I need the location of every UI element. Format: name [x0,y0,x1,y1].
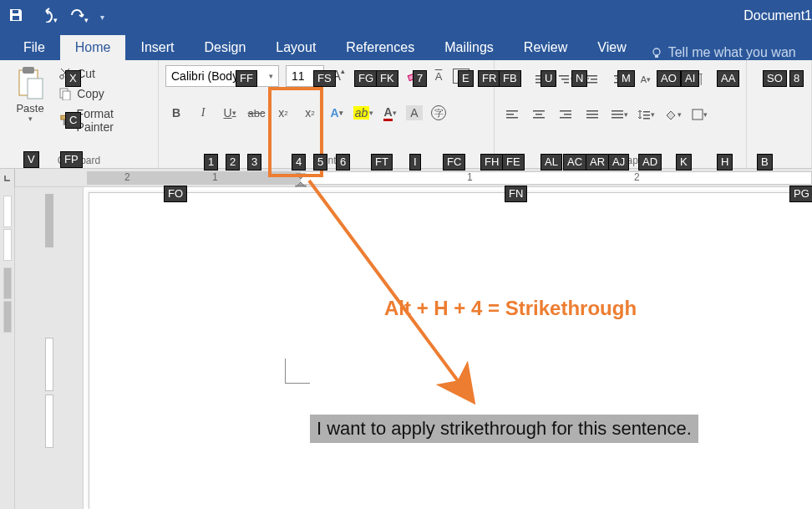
save-icon[interactable] [8,8,23,26]
svg-rect-35 [533,117,545,119]
keytip: AD [638,154,662,171]
distributed-button[interactable]: ▾ [608,104,630,125]
keytip: V [23,151,39,168]
svg-rect-32 [506,117,518,119]
keytip: 7 [413,70,427,87]
keytip: SO [763,70,787,87]
svg-rect-31 [506,114,514,115]
quick-access-toolbar: ▾ ▾ ▾ [8,8,104,26]
tab-view[interactable]: View [582,35,641,60]
highlight-button[interactable]: ab▾ [353,102,374,124]
keytip: 4 [292,154,306,171]
borders-button[interactable]: ▾ [688,104,710,125]
tab-review[interactable]: Review [509,35,582,60]
text-effects-button[interactable]: A▾ [326,102,348,124]
copy-button[interactable]: Copy [58,87,151,100]
keytip: FS [313,70,336,87]
paste-label: Paste [16,102,43,115]
svg-rect-40 [586,114,598,115]
svg-rect-39 [586,110,598,112]
phonetic-guide-button[interactable]: A [428,65,449,87]
font-name-combo[interactable]: Calibri (Body)▾ [165,65,279,87]
asian-layout-button[interactable]: A▾ [635,69,657,90]
chevron-down-icon: ▾ [28,115,33,123]
svg-rect-36 [560,110,571,112]
tab-references[interactable]: References [331,35,429,60]
keytip: 5 [313,154,327,171]
keytip: FK [376,70,398,87]
svg-rect-3 [23,67,34,74]
svg-rect-8 [63,91,70,100]
shading-button[interactable]: ▾ [662,104,683,125]
vertical-ruler [0,187,15,509]
document-title: Document1 [743,8,812,23]
keytip: U [540,70,556,87]
page-canvas[interactable]: I want to apply strikethrough for this s… [84,187,812,509]
svg-rect-4 [28,79,43,99]
selected-text[interactable]: I want to apply strikethrough for this s… [310,415,698,443]
underline-button[interactable]: U▾ [219,102,241,124]
italic-button[interactable]: I [192,102,214,124]
ruler-mark: 1 [467,171,473,183]
tab-home[interactable]: Home [60,35,126,60]
svg-rect-41 [586,117,598,119]
keytip: AO [657,70,681,87]
keytip: 8 [789,70,804,87]
paint-bucket-icon [664,109,678,120]
keytip: B [757,154,773,171]
svg-rect-47 [643,118,650,120]
keytip: X [65,70,81,87]
tab-layout[interactable]: Layout [261,35,331,60]
keytip: FC [443,154,465,171]
keytip: H [717,154,733,171]
svg-rect-25 [591,79,597,80]
svg-rect-48 [693,109,703,120]
align-left-button[interactable] [501,104,523,125]
keytip: E [458,70,474,87]
justify-button[interactable] [581,104,603,125]
font-color-button[interactable]: A▾ [379,102,401,124]
keytip: FR [478,70,500,87]
keytip: FG [354,70,378,87]
redo-icon[interactable]: ▾ [69,8,89,26]
keytip: M [617,70,635,87]
svg-rect-21 [559,75,569,77]
tab-design[interactable]: Design [189,35,261,60]
enclose-characters-button[interactable]: 字 [428,102,449,124]
line-spacing-button[interactable]: ▾ [635,104,657,125]
paste-button[interactable]: Paste ▾ [7,65,53,134]
keytip: AL [540,154,562,171]
keytip: AI [681,70,699,87]
tab-selector[interactable] [0,169,15,187]
bold-button[interactable]: B [165,102,187,124]
ruler-mark: 2 [634,171,640,183]
keytip: FB [499,70,521,87]
keytip: FN [505,186,527,202]
character-shading-button[interactable]: A [406,105,423,120]
keytip: 6 [336,154,350,171]
keytip: FF [236,70,257,87]
font-name-value: Calibri (Body) [171,69,242,83]
tab-mailings[interactable]: Mailings [429,35,509,60]
svg-rect-46 [643,115,650,116]
svg-rect-43 [612,114,623,115]
align-center-button[interactable] [528,104,550,125]
svg-rect-26 [587,82,597,84]
tab-file[interactable]: File [8,35,60,60]
tab-insert[interactable]: Insert [125,35,189,60]
ruler[interactable]: 1 2 1 2 [0,169,812,187]
annotation-callout: Alt + H + 4 = Strikethrough [384,297,637,320]
svg-rect-42 [612,110,623,112]
keytip: FP [60,151,83,168]
svg-rect-24 [587,75,597,77]
customize-qat-icon[interactable]: ▾ [100,13,104,22]
paste-icon [14,65,46,102]
tell-me-search[interactable]: Tell me what you wan [642,45,796,60]
copy-label: Copy [77,87,104,100]
svg-point-0 [653,48,660,55]
lightbulb-icon [650,46,663,59]
strikethrough-button[interactable]: abc [246,102,267,124]
align-right-button[interactable] [555,104,576,125]
ruler-mark: 1 [212,171,218,183]
undo-icon[interactable]: ▾ [35,8,58,26]
